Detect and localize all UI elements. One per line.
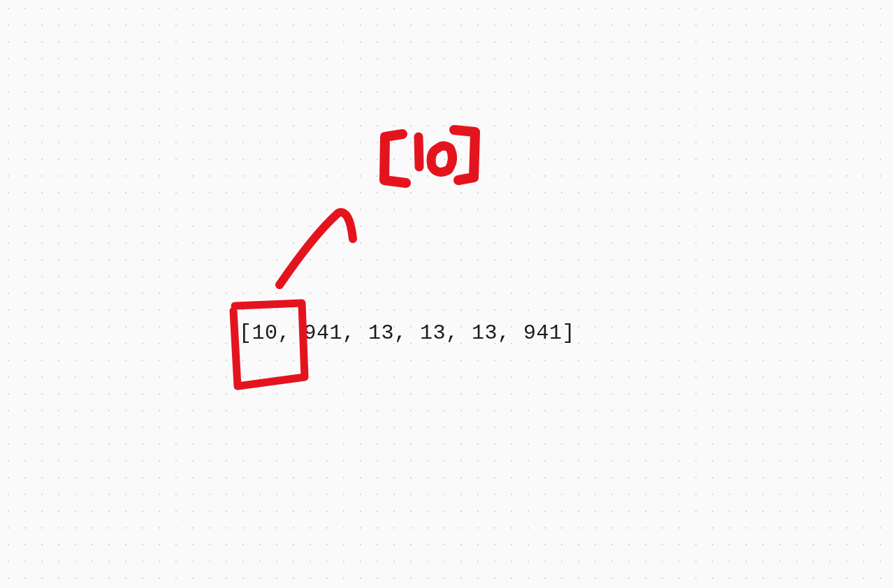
- annotation-label-bracket-ten: [384, 130, 475, 183]
- handwritten-annotation-layer: [0, 0, 893, 588]
- annotation-svg: [0, 0, 893, 588]
- array-literal-text: [10, 941, 13, 13, 13, 941]: [239, 321, 575, 345]
- arrow-annotation: [279, 212, 353, 285]
